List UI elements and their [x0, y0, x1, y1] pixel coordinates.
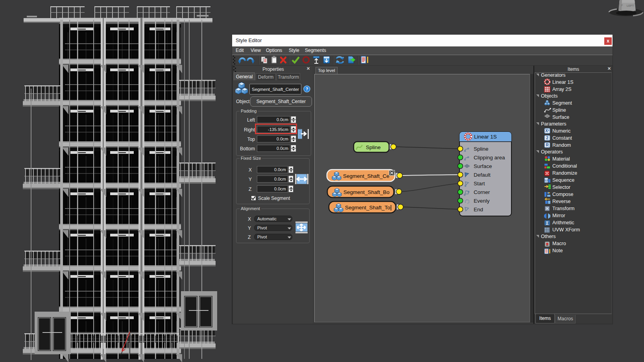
svg-text:Material: Material [552, 156, 570, 162]
svg-text:Others: Others [541, 234, 556, 239]
svg-text:Random: Random [552, 142, 571, 148]
svg-text:Default: Default [474, 172, 491, 178]
svg-text:Surface: Surface [474, 163, 492, 169]
svg-text:Linear 1S: Linear 1S [474, 134, 497, 140]
svg-text:Segment_Shaft_Bo: Segment_Shaft_Bo [343, 189, 389, 195]
svg-text:Segment_Shaft_To: Segment_Shaft_To [345, 205, 390, 211]
svg-text:Clipping area: Clipping area [474, 155, 505, 161]
svg-text:Constant: Constant [552, 135, 572, 141]
svg-text:End: End [474, 207, 483, 212]
svg-text:Note: Note [552, 248, 563, 253]
svg-text:Arithmetic: Arithmetic [552, 220, 574, 225]
svg-text:?: ? [306, 87, 308, 91]
svg-text:Start: Start [474, 181, 485, 187]
svg-text:Randomize: Randomize [552, 170, 577, 176]
svg-text:Operators: Operators [541, 149, 563, 155]
svg-text:12: 12 [544, 179, 548, 182]
svg-text:Generators: Generators [541, 72, 566, 78]
svg-text:Reverse: Reverse [552, 199, 571, 204]
svg-text:Objects: Objects [541, 93, 557, 99]
svg-text:Spline: Spline [552, 107, 566, 113]
svg-text:Compose: Compose [552, 192, 574, 197]
svg-text:Numeric: Numeric [552, 128, 571, 134]
svg-text:Linear 1S: Linear 1S [552, 79, 574, 85]
svg-text:Parameters: Parameters [541, 121, 566, 127]
svg-text:Mirror: Mirror [552, 213, 565, 218]
svg-text:R: R [546, 143, 549, 147]
svg-text:Surface: Surface [552, 115, 569, 120]
svg-text:Sequence: Sequence [552, 177, 574, 183]
svg-text:Spline: Spline [366, 144, 381, 150]
svg-text:Corner: Corner [474, 189, 490, 195]
svg-text:Conditional: Conditional [552, 163, 577, 169]
svg-text:Spline: Spline [474, 146, 489, 152]
svg-text:2: 2 [546, 136, 548, 140]
svg-text:Evenly: Evenly [474, 198, 490, 204]
svg-text:Σ: Σ [546, 221, 549, 225]
svg-text:Array 2S: Array 2S [552, 87, 572, 92]
svg-text:z: z [131, 332, 133, 336]
svg-text:Segment: Segment [552, 100, 572, 106]
svg-text:X²: X² [545, 129, 550, 133]
svg-text:Selector: Selector [552, 185, 570, 190]
svg-text:Macro: Macro [552, 241, 566, 246]
svg-text:Segment_Shaft_Ce: Segment_Shaft_Ce [343, 173, 389, 179]
svg-text:UVW XForm: UVW XForm [552, 227, 580, 233]
svg-text:F: F [621, 4, 623, 7]
svg-text:LEFT: LEFT [627, 4, 634, 7]
svg-text:Transform: Transform [552, 206, 575, 211]
